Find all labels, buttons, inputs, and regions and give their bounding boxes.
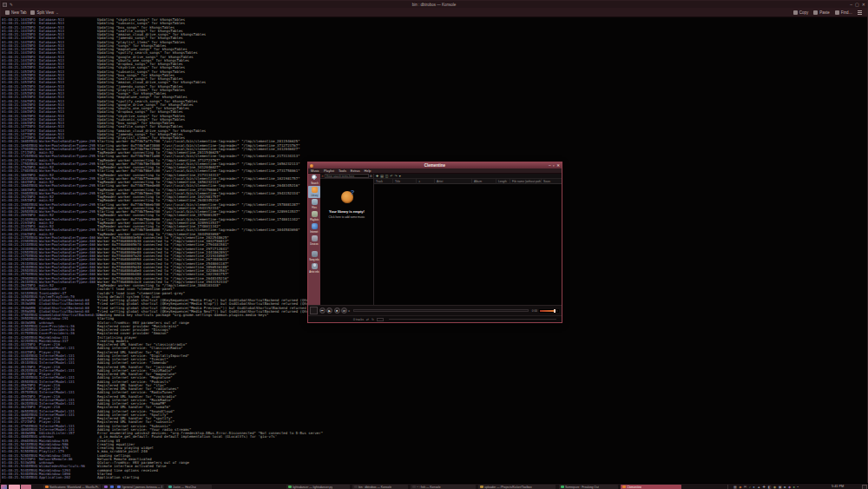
tray-icon[interactable]: ◉ [773, 484, 777, 489]
tray-icon[interactable]: ✚ [763, 484, 766, 489]
workspace-1[interactable] [9, 485, 20, 489]
clementine-fruit-icon [341, 191, 353, 203]
window-control-button[interactable]: – [549, 162, 551, 169]
window-control-button[interactable]: ▫ [553, 162, 555, 169]
empty-library-title: Your library is empty! [329, 209, 365, 214]
menu-item[interactable]: Help [365, 169, 372, 173]
taskbar-item[interactable]: Justin — HexChat [167, 485, 212, 489]
toolbar-button[interactable]: New Tab [5, 10, 26, 15]
tray-icon[interactable]: ▪ [797, 484, 798, 489]
open-playlist-icon[interactable]: ▤ [380, 174, 384, 179]
taskbar-item[interactable]: bin : dbtrobos — Konsole [352, 485, 408, 489]
taskbar-item[interactable]: Somnipure : Freaking Out [559, 485, 618, 489]
window-control-button[interactable]: ▢ [855, 1, 859, 8]
taskbar-item[interactable]: Clementine [621, 485, 681, 489]
paste-icon [813, 10, 818, 15]
track-time-label: 0:00 [532, 309, 537, 313]
taskbar: Notifications: Wasteland — Mozilla Fi… #… [0, 483, 868, 489]
workspace-pager[interactable] [9, 485, 31, 489]
sidebar-tab[interactable]: Library [308, 186, 320, 198]
taskbar-item[interactable] [102, 485, 108, 489]
tray-icon[interactable]: ✉ [744, 484, 746, 489]
tray-icon[interactable]: ● [793, 484, 795, 489]
track-position-slider[interactable] [353, 309, 529, 312]
copy-icon [793, 10, 798, 15]
stop-icon[interactable]: ■ [334, 307, 340, 314]
sidebar-tab[interactable]: Files [308, 198, 320, 210]
menu-item[interactable]: Music [311, 169, 319, 173]
taskbar-item[interactable] [108, 485, 114, 489]
toolbar-button[interactable]: Find… [835, 10, 852, 15]
playlist-rows-area[interactable] [374, 184, 562, 305]
next-icon[interactable]: ⏭ [341, 307, 347, 314]
new-playlist-icon[interactable]: ✚ [376, 174, 378, 179]
tray-separator [727, 485, 728, 489]
window-control-button[interactable]: ✕ [862, 1, 865, 8]
split-view-icon [30, 10, 35, 15]
taskbar-item[interactable]: ~ : fish — Konsole [411, 485, 476, 489]
konsole-app-icon[interactable] [3, 3, 7, 7]
taskbar-item[interactable]: #general | pwnsec-fortezza — Discord [115, 485, 164, 489]
profile-edit-icon[interactable]: ✎ [10, 3, 13, 7]
workspace-2[interactable] [21, 485, 32, 489]
window-control-button[interactable]: ✕ [556, 162, 560, 169]
album-art-placeholder [310, 307, 318, 314]
status-widget[interactable] [377, 318, 384, 321]
hamburger-menu-icon[interactable] [858, 10, 862, 15]
playlist-options-icon[interactable]: ▾ [399, 174, 401, 179]
taskbar-clock[interactable]: 5:41 PM [832, 484, 844, 489]
menu-item[interactable]: Extras [351, 169, 360, 173]
repeat-icon[interactable]: ↻ [372, 318, 374, 321]
devices-icon [312, 235, 318, 241]
previous-icon[interactable]: ⏮ [319, 307, 326, 314]
menu-item[interactable]: Playlist [324, 169, 334, 173]
clementine-titlebar[interactable]: Clementine –▫✕ [308, 162, 562, 169]
tray-icon[interactable]: ◧ [767, 484, 771, 489]
library-config-icon[interactable]: ⚙ [370, 174, 372, 179]
toolbar-button[interactable]: Copy [793, 10, 809, 15]
track-count-label: 0 tracks [353, 318, 364, 321]
shuffle-icon[interactable]: ⇄ [366, 318, 369, 321]
redo-icon[interactable]: ↷ [395, 174, 398, 179]
toolbar-button[interactable]: Split View ⌄ [30, 10, 58, 15]
tray-icon[interactable]: ♪ [749, 484, 751, 489]
tray-icon[interactable]: ▣ [779, 484, 782, 489]
volume-fill [540, 310, 555, 312]
konsole-window-title: bin : dbtrobos — Konsole [1, 3, 867, 7]
play-icon[interactable]: ▶ [326, 307, 332, 314]
library-search-input[interactable] [325, 174, 369, 178]
volume-handle[interactable] [554, 309, 556, 313]
taskbar-item[interactable]: lightsdancer — lightsdancer.py [286, 485, 350, 489]
app-launcher-button[interactable] [1, 485, 7, 489]
undo-icon[interactable]: ↶ [390, 174, 392, 179]
sidebar-tab[interactable]: Song info [308, 250, 320, 262]
tray-icon[interactable]: ■ [784, 484, 786, 489]
song-info-icon [312, 251, 318, 257]
save-playlist-icon[interactable]: ◫ [385, 174, 389, 179]
sidebar-tab[interactable]: Search [308, 174, 320, 186]
menu-item[interactable]: Tools [339, 169, 346, 173]
player-extras-icon[interactable]: ▸ [349, 309, 351, 313]
toolbar-button[interactable]: Paste [813, 10, 830, 15]
sidebar-tab[interactable]: Internet [308, 222, 320, 235]
tray-icon[interactable]: ▲ [757, 484, 760, 489]
log-line: 01:48:21.543 DEBUG Application:202 Appli… [2, 476, 866, 479]
library-icon [312, 187, 318, 193]
taskbar-item[interactable]: Notifications: Wasteland — Mozilla Fi… [43, 485, 101, 489]
clear-search-icon[interactable]: ✕ [321, 174, 324, 179]
konsole-titlebar[interactable]: ✎ bin : dbtrobos — Konsole –▢✕ [1, 1, 867, 8]
empty-library-message[interactable]: Your library is empty! Click here to add… [320, 179, 373, 305]
sidebar-tabbar: Search Library Files Playlists [308, 174, 320, 305]
sidebar-tab[interactable]: Artist info [308, 262, 320, 274]
tray-icon[interactable]: ◆ [739, 484, 741, 489]
tray-icon[interactable]: ● [753, 484, 754, 489]
tray-icon[interactable]: ▦ [733, 484, 737, 489]
tray-icon[interactable]: ◆ [788, 484, 791, 489]
taskbar-item[interactable]: uploader — /Projects/Kicker/Toolbox [478, 485, 556, 489]
sidebar-tab[interactable]: Playlists [308, 210, 320, 222]
window-control-button[interactable]: – [850, 1, 852, 8]
volume-slider[interactable] [539, 309, 559, 313]
playlist-panel: ✚▤◫↶↷▾ TrackTitle∧ArtistAlbumLengthFile … [374, 174, 562, 305]
show-desktop-button[interactable] [862, 485, 867, 489]
sidebar-tab[interactable]: Devices [308, 235, 320, 247]
